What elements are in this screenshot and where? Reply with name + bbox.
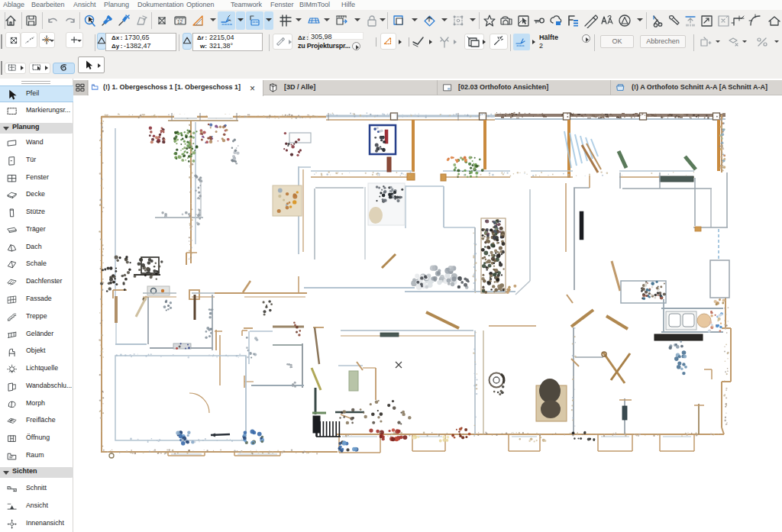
svg-text:12: 12 — [177, 19, 183, 24]
